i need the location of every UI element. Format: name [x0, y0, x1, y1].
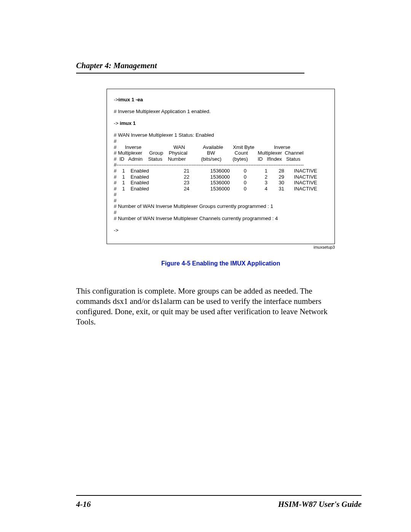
groups-line: # Number of WAN Inverse Multiplexer Grou…	[114, 203, 273, 209]
chapter-header: Chapter 4: Management	[76, 61, 362, 70]
status-line: # WAN Inverse Multiplexer 1 Status: Enab…	[114, 132, 214, 138]
guide-title: HSIM-W87 User's Guide	[278, 500, 362, 509]
terminal-output-box: ->imux 1 -ea # Inverse Multiplexer Appli…	[107, 89, 335, 244]
chapter-label: Chapter 4:	[76, 61, 112, 70]
prompt: ->	[114, 227, 118, 233]
enabled-msg: # Inverse Multiplexer Application 1 enab…	[114, 109, 210, 114]
hash: #	[114, 138, 116, 144]
figure-small-label: imuxsetup3	[107, 245, 335, 249]
page-number: 4-16	[76, 500, 91, 509]
divider: #---------------------------------------…	[114, 162, 304, 168]
header-row3: # ID Admin Status Number (bits/sec) (byt…	[114, 156, 300, 162]
header-row2: # Multiplexer Group Physical BW Count Mu…	[114, 150, 303, 156]
cmd2-prefix: ->	[114, 120, 120, 126]
page-container: Chapter 4: Management ->imux 1 -ea # Inv…	[0, 0, 411, 532]
page-footer: 4-16 HSIM-W87 User's Guide	[76, 495, 362, 509]
header-row1: # Inverse WAN Available Xmit Byte Invers…	[114, 144, 290, 150]
chapter-title: Management	[112, 61, 157, 70]
header-rule	[76, 73, 304, 73]
cmd1-prefix: ->	[114, 97, 118, 102]
channels-line: # Number of WAN Inverse Multiplexer Chan…	[114, 216, 278, 221]
body-paragraph: This configuration is complete. More gro…	[76, 286, 335, 327]
footer-rule	[76, 495, 362, 496]
hash: #	[114, 209, 116, 215]
table-row: # 1 Enabled 23 1536000 0 3 30 INACTIVE	[114, 180, 317, 185]
figure-caption: Figure 4-5 Enabling the IMUX Application	[107, 260, 335, 267]
hash: #	[114, 198, 116, 203]
hash: #	[114, 192, 116, 197]
table-row: # 1 Enabled 22 1536000 0 2 29 INACTIVE	[114, 174, 317, 180]
table-row: # 1 Enabled 21 1536000 0 1 28 INACTIVE	[114, 168, 317, 174]
footer-row: 4-16 HSIM-W87 User's Guide	[76, 500, 362, 509]
cmd1: imux 1 -ea	[118, 97, 143, 102]
table-row: # 1 Enabled 24 1536000 0 4 31 INACTIVE	[114, 186, 317, 192]
cmd2: imux 1	[120, 120, 136, 126]
